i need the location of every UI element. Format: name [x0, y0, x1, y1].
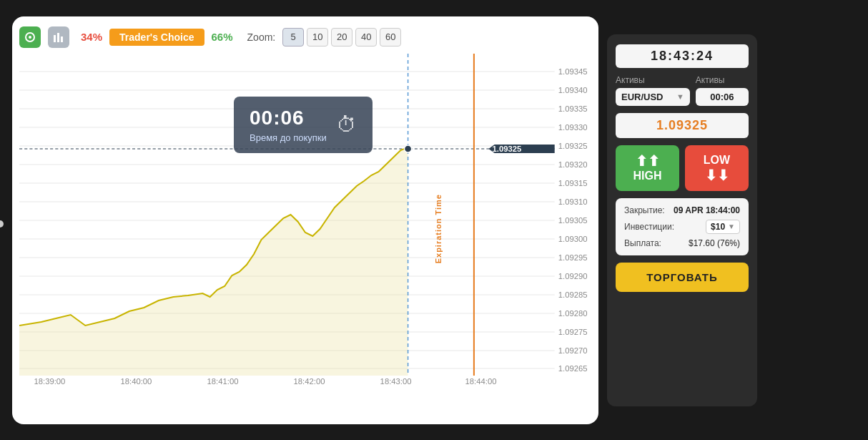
asset-select[interactable]: EUR/USD ▼ [616, 88, 690, 106]
svg-text:1.09305: 1.09305 [558, 216, 588, 225]
info-box: Закрытие: 09 APR 18:44:00 Инвестиции: $1… [616, 198, 749, 255]
asset-name: EUR/USD [621, 92, 664, 102]
svg-text:1.09345: 1.09345 [558, 67, 588, 76]
payout-label: Выплата: [624, 238, 661, 248]
svg-text:1.09310: 1.09310 [558, 197, 588, 206]
svg-rect-4 [61, 36, 63, 42]
invest-arrow-icon: ▼ [728, 223, 735, 230]
svg-text:1.09330: 1.09330 [558, 123, 588, 132]
svg-text:1.09320: 1.09320 [558, 160, 588, 169]
zoom-btn-40[interactable]: 40 [355, 28, 377, 47]
left-dot [0, 220, 4, 228]
svg-text:18:43:00: 18:43:00 [380, 377, 412, 386]
high-arrow-icon: ⬆⬆ [636, 154, 660, 168]
action-buttons: ⬆⬆ HIGH LOW ⬇⬇ [616, 145, 749, 191]
tooltip-label: Время до покупки [250, 132, 327, 143]
low-button[interactable]: LOW ⬇⬇ [685, 145, 749, 191]
invest-label: Инвестиции: [624, 222, 674, 232]
high-button[interactable]: ⬆⬆ HIGH [616, 145, 679, 191]
svg-text:1.09270: 1.09270 [558, 346, 588, 355]
asset-name-col: Активы EUR/USD ▼ [616, 75, 690, 106]
svg-text:1.09325: 1.09325 [558, 142, 588, 150]
invest-select[interactable]: $10 ▼ [706, 220, 740, 234]
closing-row: Закрытие: 09 APR 18:44:00 [624, 205, 740, 215]
svg-text:18:44:00: 18:44:00 [465, 377, 497, 386]
chart-panel: 34% Trader's Choice 66% Zoom: 5 10 20 40… [12, 16, 598, 424]
zoom-label: Zoom: [247, 31, 276, 43]
chart-tooltip: 00:06 Время до покупки ⏱ [234, 97, 373, 153]
price-display: 1.09325 [616, 113, 749, 138]
svg-rect-3 [57, 33, 59, 42]
invest-value: $10 [711, 222, 725, 232]
svg-text:1.09315: 1.09315 [558, 179, 588, 187]
closing-value: 09 APR 18:44:00 [674, 205, 740, 215]
tooltip-content: 00:06 Время до покупки [250, 107, 327, 143]
svg-text:1.09275: 1.09275 [558, 328, 588, 336]
low-arrow-icon: ⬇⬇ [705, 168, 729, 182]
svg-text:1.09300: 1.09300 [558, 235, 588, 243]
zoom-btn-60[interactable]: 60 [380, 28, 401, 47]
chart-type-bar-icon[interactable] [48, 26, 69, 48]
svg-text:1.09290: 1.09290 [558, 272, 588, 280]
tooltip-time: 00:06 [250, 107, 327, 129]
svg-text:1.09285: 1.09285 [558, 290, 588, 299]
assets-label-2: Активы [696, 75, 749, 85]
bearish-pct: 34% [81, 31, 102, 43]
chart-toolbar: 34% Trader's Choice 66% Zoom: 5 10 20 40… [19, 26, 591, 48]
zoom-btn-5[interactable]: 5 [282, 28, 304, 47]
svg-text:1.09280: 1.09280 [558, 309, 588, 318]
low-label: LOW [704, 154, 730, 167]
traders-choice-button[interactable]: Trader's Choice [109, 29, 204, 46]
svg-text:18:41:00: 18:41:00 [207, 377, 239, 386]
svg-point-1 [29, 36, 31, 39]
assets-row: Активы EUR/USD ▼ Активы 00:06 [616, 75, 749, 106]
time-display: 18:43:24 [616, 44, 749, 68]
chart-type-line-icon[interactable] [19, 26, 41, 48]
svg-text:1.09265: 1.09265 [558, 364, 588, 373]
chart-area: Expiration Time .y-label { font-size: 11… [19, 54, 591, 404]
asset-expiry-time: 00:06 [696, 88, 749, 106]
svg-rect-2 [54, 35, 56, 42]
svg-text:18:39:00: 18:39:00 [34, 377, 66, 386]
expiration-time-label: Expiration Time [434, 194, 443, 263]
zoom-btn-20[interactable]: 20 [331, 28, 352, 47]
assets-label-1: Активы [616, 75, 690, 85]
closing-label: Закрытие: [624, 205, 665, 215]
svg-point-48 [404, 145, 411, 152]
svg-text:18:40:00: 18:40:00 [121, 377, 152, 386]
svg-text:1.09325: 1.09325 [493, 145, 522, 153]
svg-text:1.09295: 1.09295 [558, 253, 588, 262]
invest-row: Инвестиции: $10 ▼ [624, 220, 740, 234]
payout-value: $17.60 (76%) [689, 238, 740, 248]
clock-icon: ⏱ [337, 113, 357, 137]
svg-text:1.09335: 1.09335 [558, 104, 588, 113]
asset-time-col: Активы 00:06 [696, 75, 749, 106]
svg-text:1.09340: 1.09340 [558, 86, 588, 94]
zoom-btn-10[interactable]: 10 [307, 28, 328, 47]
trade-button[interactable]: ТОРГОВАТЬ [616, 263, 749, 292]
asset-select-arrow-icon: ▼ [676, 92, 684, 101]
right-panel: 18:43:24 Активы EUR/USD ▼ Активы 00:06 1… [607, 34, 757, 406]
payout-row: Выплата: $17.60 (76%) [624, 238, 740, 248]
zoom-buttons: 5 10 20 40 60 [282, 28, 401, 47]
svg-text:18:42:00: 18:42:00 [294, 377, 325, 386]
high-label: HIGH [633, 170, 662, 182]
bullish-pct: 66% [212, 31, 233, 43]
